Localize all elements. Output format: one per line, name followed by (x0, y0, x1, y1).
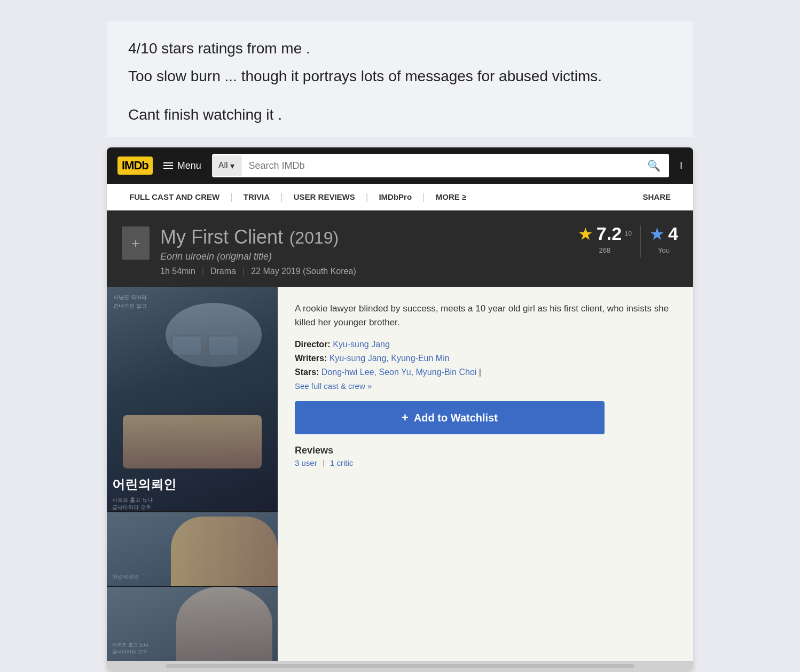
stars-line: Stars: Dong-hwi Lee, Seon Yu, Myung-Bin … (295, 368, 676, 377)
search-category-dropdown[interactable]: All ▾ (212, 155, 241, 176)
subnav-sep-2: | (279, 191, 284, 202)
user-reviews-count[interactable]: 3 user (295, 458, 317, 467)
imdb-widget: IMDb Menu All ▾ 🔍 I FULL CAST AND CREW |… (107, 147, 693, 671)
subnav-more[interactable]: MORE ≥ (426, 184, 476, 210)
subnav-sep-4: | (421, 191, 426, 202)
poster-image-top[interactable]: 사냥꾼 되어라건너가진 말고 어린의뢰인 사르르 (107, 287, 278, 511)
scrollbar-track[interactable] (166, 664, 634, 668)
poster-korean-title: 어린의뢰인 (112, 476, 176, 493)
star-gold-icon: ★ (578, 224, 593, 244)
star-blue-icon: ★ (649, 224, 665, 244)
rating-divider (640, 225, 641, 257)
nav-right: I (680, 160, 683, 171)
subnav-trivia[interactable]: TRIVIA (234, 184, 279, 210)
review-line-1: 4/10 stars ratings from me . (128, 37, 672, 60)
movie-title: My First Client (2019) (160, 223, 356, 249)
user-star-rating: ★ 4 (649, 223, 678, 244)
poster-overlay-text: 사냥꾼 되어라건너가진 말고 (113, 293, 147, 310)
watchlist-plus-icon: + (402, 411, 409, 425)
subnav-share[interactable]: SHARE (633, 184, 680, 210)
poster-image-mid[interactable]: 어린의뢰인 (107, 511, 278, 586)
reviews-heading: Reviews (295, 445, 676, 456)
menu-button[interactable]: Menu (163, 160, 201, 171)
rating-max: 10 (625, 226, 632, 237)
review-line-2: Too slow burn ... though it portrays lot… (128, 65, 672, 88)
movie-description: A rookie lawyer blinded by success, meet… (295, 302, 676, 329)
writers-line: Writers: Kyu-sung Jang, Kyung-Eun Min (295, 354, 676, 363)
rating-count: 268 (599, 246, 611, 254)
subnav-full-cast[interactable]: FULL CAST AND CREW (120, 184, 229, 210)
imdb-navbar: IMDb Menu All ▾ 🔍 I (107, 147, 693, 184)
imdb-rating-box: ★ 7.2 10 268 (578, 223, 632, 254)
secondary-nav: FULL CAST AND CREW | TRIVIA | USER REVIE… (107, 184, 693, 210)
stars-separator: | (479, 368, 481, 377)
see-full-cast-link[interactable]: See full cast & crew » (295, 381, 676, 390)
search-input[interactable] (241, 155, 639, 177)
user-rating-value: 4 (668, 223, 678, 244)
hamburger-icon (163, 162, 173, 169)
writers-label: Writers: (295, 354, 327, 363)
movie-release: 22 May 2019 (South Korea) (251, 267, 356, 276)
director-label: Director: (295, 340, 331, 349)
imdb-logo[interactable]: IMDb (117, 157, 153, 175)
subnav-imdbpro[interactable]: IMDbPro (369, 184, 421, 210)
movie-duration: 1h 54min (160, 267, 195, 276)
movie-header: + My First Client (2019) Eorin uiroein (… (107, 210, 693, 287)
search-category-label: All (218, 161, 228, 170)
poster-bottom-text: 사르르 훑고 뇨냐금낙아히다 오두 (112, 496, 176, 511)
watchlist-label: Add to Watchlist (414, 412, 498, 424)
movie-genre: Drama (210, 267, 236, 276)
add-to-list-button[interactable]: + (122, 226, 150, 260)
menu-label: Menu (177, 160, 201, 171)
add-to-watchlist-button[interactable]: + Add to Watchlist (295, 401, 605, 434)
movie-original-title: Eorin uiroein (original title) (160, 251, 356, 262)
review-container: 4/10 stars ratings from me . Too slow bu… (107, 21, 693, 137)
search-bar: All ▾ 🔍 (212, 154, 669, 177)
rating-area: ★ 7.2 10 268 ★ 4 You (578, 223, 678, 257)
writers-value[interactable]: Kyu-sung Jang, Kyung-Eun Min (330, 354, 450, 363)
subnav-sep-3: | (365, 191, 370, 202)
subnav-user-reviews[interactable]: USER REVIEWS (284, 184, 365, 210)
original-title-label: (original title) (217, 251, 272, 262)
search-icon: 🔍 (647, 160, 661, 171)
imdb-rating-value: 7.2 (597, 223, 622, 244)
critic-reviews-count[interactable]: 1 critic (330, 458, 353, 467)
poster-image-bottom[interactable]: 사르르 훑고 뇨냐금낙아히다 오두 (107, 586, 278, 661)
reviews-section: Reviews 3 user | 1 critic (295, 445, 676, 467)
movie-credits: Director: Kyu-sung Jang Writers: Kyu-sun… (295, 340, 676, 390)
movie-poster-column: 사냥꾼 되어라건너가진 말고 어린의뢰인 사르르 (107, 287, 278, 661)
user-rating-box[interactable]: ★ 4 You (649, 223, 678, 254)
scrollbar-area (107, 661, 693, 671)
director-value[interactable]: Kyu-sung Jang (333, 340, 390, 349)
review-line-3: Cant finish watching it . (128, 104, 672, 126)
reviews-counts: 3 user | 1 critic (295, 458, 676, 467)
stars-label: Stars: (295, 368, 319, 377)
director-line: Director: Kyu-sung Jang (295, 340, 676, 349)
search-button[interactable]: 🔍 (639, 154, 669, 177)
movie-title-area: + My First Client (2019) Eorin uiroein (… (122, 223, 356, 276)
imdb-star-rating: ★ 7.2 10 (578, 223, 632, 244)
stars-value[interactable]: Dong-hwi Lee, Seon Yu, Myung-Bin Choi (321, 368, 477, 377)
movie-body: 사냥꾼 되어라건너가진 말고 어린의뢰인 사르르 (107, 287, 693, 661)
movie-info: My First Client (2019) Eorin uiroein (or… (160, 223, 356, 276)
chevron-down-icon: ▾ (230, 161, 234, 171)
movie-meta: 1h 54min | Drama | 22 May 2019 (South Ko… (160, 267, 356, 276)
user-rating-label: You (658, 246, 670, 254)
movie-year: (2019) (289, 228, 339, 247)
subnav-sep-1: | (229, 191, 234, 202)
movie-details: A rookie lawyer blinded by success, meet… (278, 287, 693, 661)
